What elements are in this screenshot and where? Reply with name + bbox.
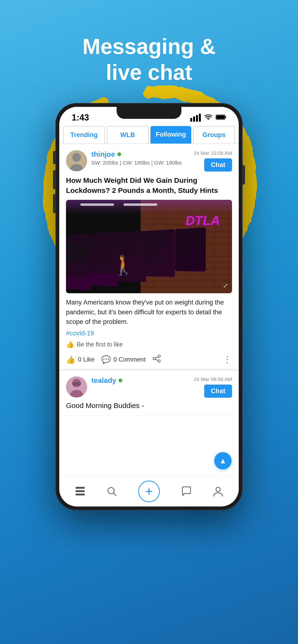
post-hashtag-1[interactable]: #covid-19: [66, 330, 232, 337]
avatar-tealady[interactable]: [66, 376, 87, 398]
svg-rect-18: [76, 487, 85, 489]
tab-wlb[interactable]: WLB: [107, 126, 148, 144]
svg-point-9: [158, 360, 160, 362]
signal-icon: [190, 114, 201, 122]
tab-following[interactable]: Following: [151, 126, 191, 144]
user-stats-thinjoe: SW: 205lbs | CW: 185lbs | GW: 180lbs: [91, 160, 189, 166]
post-title-1: How Much Weight Did We Gain During Lockd…: [66, 176, 232, 196]
svg-rect-20: [76, 494, 85, 496]
battery-icon: [216, 114, 226, 121]
like-count: 0 Like: [78, 356, 95, 363]
svg-rect-2: [225, 116, 226, 118]
post-card-1: thinjoe SW: 205lbs | CW: 185lbs | GW: 18…: [59, 144, 239, 371]
post-time-1: 24 Mar 10:08 AM: [194, 150, 232, 156]
notch: [117, 107, 181, 119]
add-icon: +: [145, 485, 153, 498]
tab-groups[interactable]: Groups: [193, 126, 235, 144]
online-dot-thinjoe: [117, 152, 121, 156]
tab-trending[interactable]: Trending: [63, 126, 105, 144]
tabs-bar: Trending WLB Following Groups: [59, 126, 239, 144]
profile-icon: [213, 486, 223, 497]
post-header-1: thinjoe SW: 205lbs | CW: 185lbs | GW: 18…: [66, 150, 232, 172]
svg-rect-3: [216, 116, 225, 119]
svg-point-0: [208, 119, 209, 120]
comment-action[interactable]: 💬 0 Comment: [101, 355, 145, 364]
wifi-icon: [204, 114, 212, 122]
svg-point-23: [216, 487, 220, 492]
post-header-2: tealady 24 Mar 08:56 AM Chat: [66, 376, 232, 398]
user-info-tealady: tealady: [91, 376, 189, 386]
status-time: 1:43: [72, 112, 89, 123]
svg-point-5: [72, 153, 81, 162]
svg-point-8: [153, 358, 156, 360]
post-actions-1: 👍 0 Like 💬 0 Comment: [66, 352, 232, 365]
svg-point-7: [158, 355, 160, 358]
post-meta-right-2: 24 Mar 08:56 AM Chat: [194, 376, 232, 398]
post-time-2: 24 Mar 08:56 AM: [194, 376, 232, 382]
post-meta-right-1: 24 Mar 10:08 AM Chat: [194, 150, 232, 172]
hero-title: Messaging & live chat: [0, 34, 298, 85]
comment-icon: 💬: [101, 355, 111, 364]
phone-frame: 1:43: [55, 103, 243, 510]
username-thinjoe[interactable]: thinjoe: [91, 150, 115, 158]
svg-line-10: [155, 357, 158, 358]
bottom-nav: +: [59, 476, 239, 506]
svg-line-22: [113, 493, 116, 496]
like-thumb-icon: 👍: [66, 340, 74, 348]
be-first-like: 👍 Be the first to like: [66, 340, 232, 348]
nav-profile[interactable]: [213, 486, 223, 497]
post-body-1: Many Americans know they've put on weigh…: [66, 298, 232, 327]
user-info-thinjoe: thinjoe SW: 205lbs | CW: 185lbs | GW: 18…: [91, 150, 189, 166]
hero-section: Messaging & live chat: [0, 0, 298, 85]
phone-wrapper: 1:43: [55, 103, 243, 510]
online-dot-tealady: [118, 378, 122, 382]
like-icon: 👍: [66, 355, 76, 364]
post-image-1[interactable]: DTLA: [66, 200, 232, 293]
svg-rect-19: [76, 490, 85, 492]
nav-chat[interactable]: [181, 486, 192, 497]
search-icon: [106, 486, 117, 497]
chat-icon: [181, 486, 192, 497]
phone-screen: 1:43: [59, 107, 239, 506]
nav-search[interactable]: [106, 486, 117, 497]
feed-icon: [75, 486, 86, 497]
scroll-up-button[interactable]: ▲: [214, 452, 232, 469]
username-tealady[interactable]: tealady: [91, 376, 116, 384]
svg-point-13: [72, 379, 81, 388]
status-icons: [190, 114, 226, 122]
nav-feed[interactable]: [75, 486, 86, 497]
chat-button-2[interactable]: Chat: [204, 384, 232, 398]
avatar-thinjoe[interactable]: [66, 150, 87, 171]
chat-button-1[interactable]: Chat: [204, 158, 232, 172]
post-card-2: tealady 24 Mar 08:56 AM Chat Good Mornin…: [59, 371, 239, 416]
comment-count: 0 Comment: [113, 356, 145, 363]
like-action[interactable]: 👍 0 Like: [66, 355, 95, 364]
share-action[interactable]: [152, 354, 161, 365]
svg-line-11: [155, 359, 158, 360]
expand-icon[interactable]: ⤢: [223, 282, 228, 290]
more-action[interactable]: ⋮: [223, 354, 232, 365]
nav-add[interactable]: +: [138, 480, 160, 502]
post-text-2: Good Morning Buddies -: [66, 402, 232, 410]
